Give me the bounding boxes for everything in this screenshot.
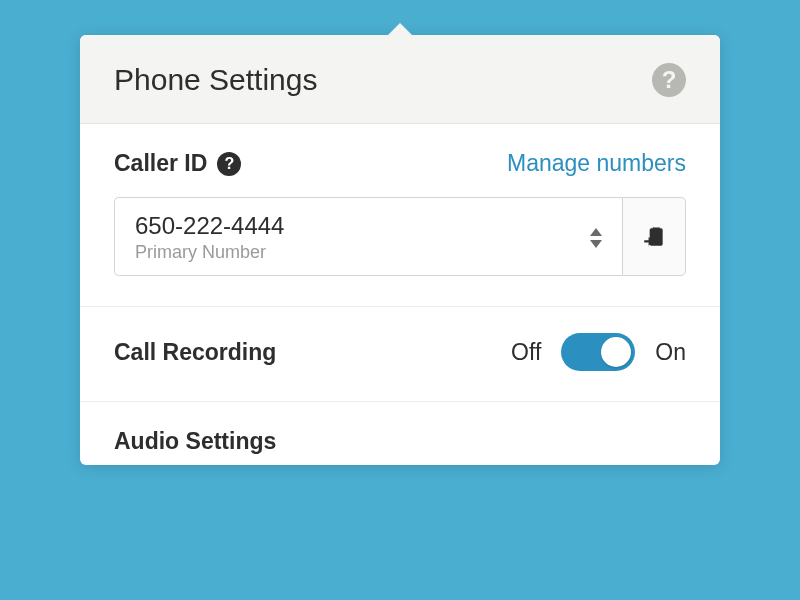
panel-title: Phone Settings [114, 63, 317, 97]
manage-numbers-link[interactable]: Manage numbers [507, 150, 686, 177]
help-icon[interactable]: ? [652, 63, 686, 97]
paste-button[interactable] [622, 197, 686, 276]
caller-id-row: Caller ID ? Manage numbers [114, 150, 686, 177]
toggle-knob [601, 337, 631, 367]
chevron-up-icon [590, 228, 602, 236]
caller-id-label-text: Caller ID [114, 150, 207, 177]
svg-rect-2 [653, 225, 660, 227]
toggle-group: Off On [511, 333, 686, 371]
selected-number: 650-222-4444 [135, 212, 284, 240]
panel-caret [387, 23, 413, 36]
help-icon[interactable]: ? [217, 152, 241, 176]
audio-settings-section: Audio Settings [80, 402, 720, 465]
audio-settings-label: Audio Settings [114, 428, 686, 455]
chevron-down-icon [590, 240, 602, 248]
number-select[interactable]: 650-222-4444 Primary Number [114, 197, 622, 276]
call-recording-toggle[interactable] [561, 333, 635, 371]
audio-settings-label-text: Audio Settings [114, 428, 276, 455]
settings-panel: Phone Settings ? Caller ID ? Manage numb… [80, 35, 720, 465]
call-recording-label: Call Recording [114, 339, 276, 366]
caller-id-section: Caller ID ? Manage numbers 650-222-4444 … [80, 124, 720, 307]
stepper-icon [590, 228, 602, 248]
panel-header: Phone Settings ? [80, 35, 720, 124]
selected-number-label: Primary Number [135, 242, 284, 263]
on-label: On [655, 339, 686, 366]
paste-icon [641, 224, 667, 250]
call-recording-label-text: Call Recording [114, 339, 276, 366]
number-select-group: 650-222-4444 Primary Number [114, 197, 686, 276]
off-label: Off [511, 339, 541, 366]
number-select-text: 650-222-4444 Primary Number [135, 212, 284, 263]
call-recording-section: Call Recording Off On [80, 307, 720, 402]
call-recording-row: Call Recording Off On [114, 333, 686, 371]
caller-id-label: Caller ID ? [114, 150, 241, 177]
